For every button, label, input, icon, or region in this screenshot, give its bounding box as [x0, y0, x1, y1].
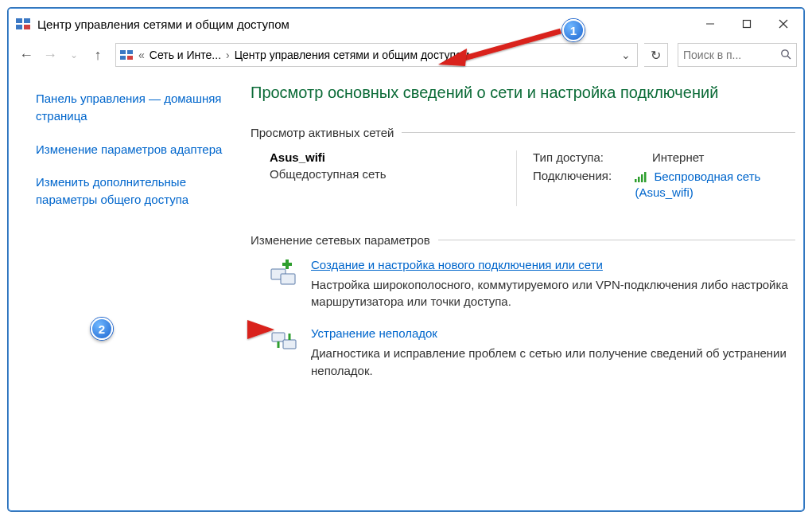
svg-rect-19	[281, 274, 295, 284]
app-icon	[15, 16, 31, 32]
svg-rect-5	[744, 21, 751, 28]
svg-rect-0	[16, 18, 22, 23]
network-type: Общедоступная сеть	[270, 167, 500, 181]
search-icon	[780, 49, 791, 62]
breadcrumb-item[interactable]: Сеть и Инте...	[146, 49, 224, 61]
svg-rect-11	[127, 56, 133, 60]
section-active-networks: Просмотр активных сетей	[251, 126, 795, 139]
network-summary: Asus_wifi Общедоступная сеть	[270, 150, 500, 206]
close-button[interactable]	[765, 12, 802, 36]
svg-rect-15	[638, 177, 640, 182]
address-dropdown-icon[interactable]: ⌄	[618, 49, 634, 61]
sidebar-link-sharing[interactable]: Изменить дополнительные параметры общего…	[36, 174, 231, 209]
access-type-value: Интернет	[652, 150, 704, 164]
create-connection-icon	[270, 258, 298, 287]
window-controls	[692, 12, 802, 36]
connections-label: Подключения:	[533, 169, 635, 201]
breadcrumb-sep: ›	[224, 49, 231, 61]
connection-link[interactable]: Беспроводная сеть (Asus_wifi)	[635, 170, 760, 199]
section-change-settings: Изменение сетевых параметров	[251, 233, 795, 247]
nav-forward-button[interactable]: →	[39, 44, 61, 66]
main-pane: Просмотр основных сведений о сети и наст…	[247, 71, 803, 510]
svg-rect-14	[635, 179, 637, 182]
page-heading: Просмотр основных сведений о сети и наст…	[251, 82, 795, 103]
access-type-label: Тип доступа:	[533, 150, 652, 164]
titlebar: Центр управления сетями и общим доступом	[9, 9, 803, 39]
svg-line-13	[787, 56, 791, 59]
svg-rect-23	[283, 340, 296, 349]
section-label-text: Изменение сетевых параметров	[251, 233, 430, 247]
section-label-text: Просмотр активных сетей	[251, 126, 394, 139]
refresh-button[interactable]: ↻	[644, 43, 668, 67]
troubleshoot-icon	[270, 326, 298, 355]
troubleshoot-item: Устранение неполадок Диагностика и испра…	[270, 326, 795, 380]
svg-rect-16	[641, 174, 643, 182]
create-connection-link[interactable]: Создание и настройка нового подключения …	[311, 258, 795, 271]
svg-rect-2	[16, 25, 22, 29]
network-name: Asus_wifi	[270, 150, 500, 164]
nav-recent-button[interactable]: ⌄	[63, 44, 85, 66]
network-details: Тип доступа: Интернет Подключения:	[516, 150, 795, 206]
svg-rect-9	[127, 50, 133, 54]
breadcrumb-icon	[119, 48, 134, 62]
wifi-signal-icon	[635, 171, 649, 185]
window-title: Центр управления сетями и общим доступом	[37, 18, 289, 31]
window: Центр управления сетями и общим доступом…	[8, 8, 804, 511]
create-connection-desc: Настройка широкополосного, коммутируемог…	[311, 276, 795, 311]
divider	[402, 132, 795, 133]
divider	[438, 240, 795, 240]
search-input[interactable]: Поиск в п...	[678, 43, 797, 67]
nav-back-button[interactable]: ←	[15, 44, 37, 66]
annotation-badge-2: 2	[91, 318, 113, 340]
body: Панель управления — домашняя страница Из…	[9, 71, 803, 510]
minimize-button[interactable]	[692, 12, 728, 36]
sidebar-link-home[interactable]: Панель управления — домашняя страница	[36, 90, 231, 125]
annotation-badge-1: 1	[562, 19, 585, 41]
breadcrumb-item[interactable]: Центр управления сетями и общим доступом	[231, 49, 473, 61]
active-network: Asus_wifi Общедоступная сеть Тип доступа…	[270, 150, 795, 206]
troubleshoot-desc: Диагностика и исправление проблем с сеть…	[311, 345, 795, 380]
nav-row: ← → ⌄ ↑ « Сеть и Инте... › Центр управле…	[9, 39, 803, 71]
svg-rect-21	[282, 263, 292, 266]
svg-rect-1	[24, 18, 30, 23]
svg-rect-3	[24, 25, 30, 29]
svg-rect-10	[120, 56, 126, 60]
create-connection-item: Создание и настройка нового подключения …	[270, 258, 795, 311]
svg-point-12	[782, 49, 788, 56]
sidebar: Панель управления — домашняя страница Из…	[9, 71, 247, 510]
troubleshoot-link[interactable]: Устранение неполадок	[311, 326, 795, 340]
sidebar-link-adapter[interactable]: Изменение параметров адаптера	[36, 141, 231, 158]
svg-rect-8	[120, 50, 126, 54]
address-bar[interactable]: « Сеть и Инте... › Центр управления сетя…	[115, 43, 638, 67]
breadcrumb-sep: «	[137, 49, 146, 61]
nav-up-button[interactable]: ↑	[87, 44, 109, 66]
search-placeholder: Поиск в п...	[683, 49, 741, 61]
maximize-button[interactable]	[728, 12, 765, 36]
svg-rect-17	[644, 172, 647, 182]
